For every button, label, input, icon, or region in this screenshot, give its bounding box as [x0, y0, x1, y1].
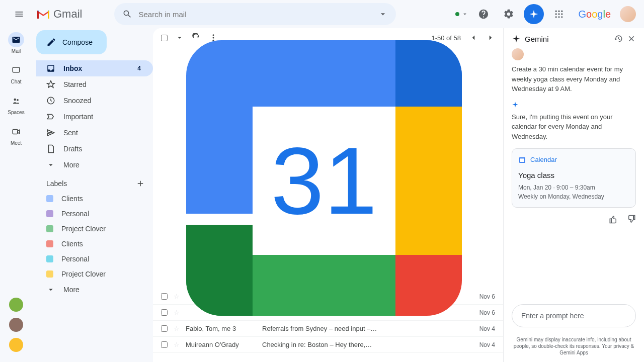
label-item[interactable]: Clients [36, 191, 153, 206]
chat-icon [12, 66, 21, 75]
chevron-down-icon [46, 160, 55, 169]
thumbs-up-icon[interactable] [609, 215, 618, 224]
svg-point-1 [558, 11, 560, 12]
mail-row[interactable]: ☆Nov 6 [153, 305, 503, 321]
select-all-checkbox[interactable] [161, 35, 168, 41]
status-dot-icon [455, 12, 459, 16]
label-item[interactable]: Project Clover [36, 221, 153, 236]
more-icon[interactable] [209, 33, 218, 42]
labels-more[interactable]: More [36, 282, 153, 298]
nav-drafts[interactable]: Drafts [36, 141, 153, 157]
prev-page-button[interactable] [469, 33, 478, 42]
settings-button[interactable] [499, 4, 519, 24]
gemini-spark-icon [512, 34, 521, 43]
close-icon[interactable] [627, 34, 636, 43]
label-item[interactable]: Project Clover [36, 266, 153, 282]
nav-sent[interactable]: Sent [36, 125, 153, 141]
important-icon [46, 112, 55, 121]
chevron-down-icon[interactable] [176, 34, 184, 42]
chevron-down-icon [461, 11, 468, 18]
rail-spaces[interactable]: Spaces [8, 94, 24, 115]
labels-heading: Labels [36, 173, 153, 191]
help-button[interactable] [473, 4, 494, 24]
svg-point-16 [213, 40, 214, 41]
google-logo[interactable]: Google [578, 9, 611, 20]
svg-point-4 [558, 13, 560, 15]
rail-chat[interactable]: Chat [8, 63, 24, 84]
label-color-icon [46, 270, 53, 278]
contact-avatar[interactable] [9, 338, 23, 352]
svg-point-14 [213, 34, 214, 36]
label-item[interactable]: Personal [36, 251, 153, 266]
clock-icon [46, 96, 55, 105]
label-color-icon [46, 210, 53, 217]
thumbs-down-icon[interactable] [627, 215, 636, 224]
svg-point-7 [558, 16, 560, 18]
nav-more[interactable]: More [36, 157, 153, 173]
nav-important[interactable]: Important [36, 109, 153, 125]
compose-button[interactable]: Compose [36, 30, 107, 54]
svg-rect-12 [13, 130, 18, 134]
event-recurrence: Weekly on Monday, Wednesday [518, 192, 629, 201]
svg-rect-18 [520, 158, 524, 162]
next-page-button[interactable] [486, 33, 495, 42]
send-icon [46, 128, 55, 137]
sidebar: Compose Inbox4 Starred Snoozed Important… [32, 28, 153, 362]
mail-checkbox[interactable] [161, 341, 168, 348]
tune-icon[interactable] [378, 9, 388, 19]
label-color-icon [46, 225, 53, 232]
page-range: 1-50 of 58 [431, 34, 461, 42]
gemini-prompt-input[interactable]: Enter a prompt here [512, 304, 636, 327]
history-icon[interactable] [614, 34, 623, 43]
label-color-icon [46, 255, 53, 262]
nav-inbox[interactable]: Inbox4 [36, 60, 153, 76]
rail-meet[interactable]: Meet [8, 124, 24, 146]
gemini-user-prompt: Create a 30 min calendar event for my we… [512, 64, 636, 94]
account-avatar[interactable] [620, 6, 636, 22]
mail-checkbox[interactable] [161, 293, 168, 300]
mail-pane: 1-50 of 58 ☆Nov 6☆Nov 6☆Fabio, Tom, me 3… [153, 28, 503, 362]
menu-button[interactable] [8, 3, 30, 25]
mail-row[interactable]: ☆Nov 6 [153, 289, 503, 305]
contact-avatar[interactable] [9, 318, 23, 332]
calendar-icon [518, 156, 526, 164]
mail-icon [12, 35, 21, 44]
mail-checkbox[interactable] [161, 325, 168, 332]
label-item[interactable]: Clients [36, 236, 153, 251]
svg-point-8 [561, 16, 563, 18]
apps-button[interactable] [549, 4, 569, 24]
user-avatar-small [512, 48, 524, 60]
gemini-spark-icon [529, 9, 539, 19]
app-name: Gmail [53, 8, 82, 21]
search-bar[interactable] [114, 3, 396, 25]
mail-row[interactable]: ☆Fabio, Tom, me 3Referrals from Sydney –… [153, 321, 503, 337]
calendar-event-card[interactable]: Calendar Yoga class Mon, Jan 20 · 9:00 –… [512, 148, 636, 208]
mail-row[interactable]: ☆Muireann O'GradyChecking in re: Boston … [153, 337, 503, 353]
rail-mail[interactable]: Mail [8, 32, 24, 54]
add-label-button[interactable] [136, 179, 145, 188]
label-item[interactable]: Personal [36, 206, 153, 221]
search-input[interactable] [138, 10, 372, 19]
mail-checkbox[interactable] [161, 309, 168, 316]
gemini-spark-icon [512, 101, 519, 108]
gemini-button[interactable] [524, 4, 544, 24]
svg-point-0 [555, 11, 557, 12]
svg-point-5 [561, 13, 563, 15]
refresh-icon[interactable] [192, 33, 201, 42]
gmail-logo[interactable]: Gmail [36, 8, 82, 21]
gmail-icon [36, 9, 50, 20]
chevron-down-icon [46, 285, 55, 294]
status-indicator[interactable] [455, 11, 468, 18]
inbox-icon [46, 64, 55, 73]
spaces-icon [12, 97, 21, 106]
nav-snoozed[interactable]: Snoozed [36, 93, 153, 109]
star-icon [46, 80, 55, 89]
nav-starred[interactable]: Starred [36, 76, 153, 93]
svg-point-11 [17, 99, 19, 101]
main-content: 1-50 of 58 ☆Nov 6☆Nov 6☆Fabio, Tom, me 3… [153, 28, 644, 362]
gemini-response: Sure, I'm putting this event on your cal… [512, 112, 636, 142]
contact-avatar[interactable] [9, 298, 23, 312]
event-time: Mon, Jan 20 · 9:00 – 9:30am [518, 183, 629, 192]
label-color-icon [46, 195, 53, 202]
svg-point-15 [213, 37, 214, 39]
